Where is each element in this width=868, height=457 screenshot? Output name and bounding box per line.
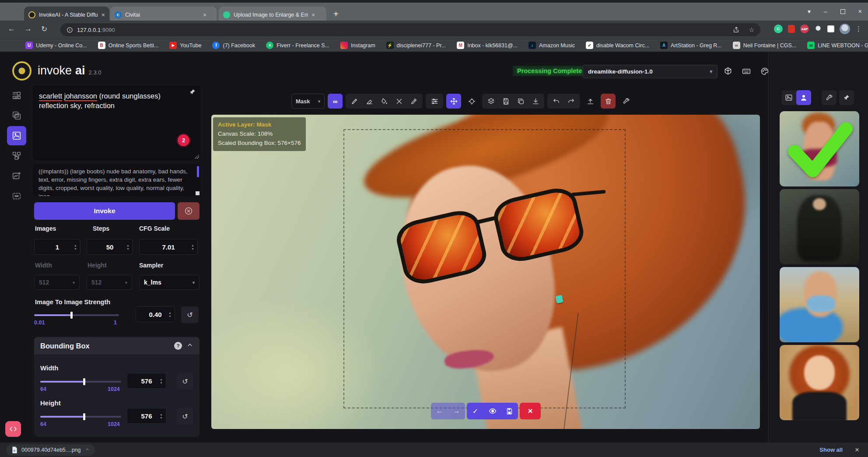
forward-icon[interactable]: → <box>24 25 32 33</box>
copy-to-clipboard-button[interactable] <box>513 94 528 109</box>
slider-thumb[interactable] <box>83 378 85 385</box>
cfg-input[interactable]: 7.01▲▼ <box>139 239 198 255</box>
bbox-height-slider[interactable] <box>40 416 121 418</box>
site-info-icon[interactable] <box>66 27 73 33</box>
browser-menu-icon[interactable]: ⋮ <box>855 25 862 33</box>
download-item[interactable]: 000979.40d74eb5....png <box>6 444 95 456</box>
save-to-gallery-button[interactable] <box>498 94 513 109</box>
tab-training[interactable] <box>7 186 26 206</box>
slider-thumb[interactable] <box>70 312 73 319</box>
merge-visible-button[interactable] <box>483 94 498 109</box>
share-icon[interactable] <box>733 26 740 33</box>
gallery-thumbnail-selected[interactable] <box>780 111 859 186</box>
eraser-tool-button[interactable] <box>362 94 377 109</box>
bookmark-facebook[interactable]: f(7) Facebook <box>212 42 255 49</box>
bookmark-inbox[interactable]: MInbox - klk56831@... <box>457 42 518 49</box>
bookmark-fiverr[interactable]: fiFiverr - Freelance S... <box>266 42 329 49</box>
extensions-puzzle-icon[interactable] <box>814 25 822 33</box>
reset-view-button[interactable] <box>464 94 479 109</box>
minimize-icon[interactable]: – <box>824 8 827 15</box>
stepper-icon[interactable]: ▲▼ <box>160 378 163 384</box>
gallery-user-toggle[interactable] <box>796 90 811 105</box>
save-staging-button[interactable] <box>501 403 518 419</box>
previous-image-button[interactable]: ← <box>431 403 448 419</box>
close-shelf-icon[interactable]: × <box>855 446 859 454</box>
height-select[interactable]: 512▾ <box>87 275 132 290</box>
show-all-link[interactable]: Show all <box>819 446 843 453</box>
gallery-thumbnail[interactable] <box>780 267 859 342</box>
prompt-resize-handle[interactable] <box>194 154 199 159</box>
bookmark-instagram[interactable]: Instagram <box>340 42 375 49</box>
redo-button[interactable] <box>564 94 578 109</box>
bookmark-wacom[interactable]: ✓disable Wacom Circ... <box>586 42 649 49</box>
negative-prompt-scrollbar[interactable] <box>197 166 199 177</box>
bookmark-disciple[interactable]: ⚡disciplenei777 - Pr... <box>386 42 446 49</box>
pin-icon[interactable] <box>189 88 196 97</box>
next-image-button[interactable]: → <box>448 403 465 419</box>
profile-avatar[interactable] <box>840 24 850 34</box>
tab-image-to-image[interactable] <box>7 106 26 125</box>
address-bar[interactable]: 127.0.0.1:9090 ☆ <box>60 23 760 36</box>
bookmark-sports[interactable]: BOnline Sports Betti... <box>98 42 159 49</box>
download-image-button[interactable] <box>528 94 543 109</box>
bbox-width-reset-button[interactable]: ↺ <box>177 373 193 390</box>
cancel-button[interactable] <box>178 202 200 220</box>
steps-input[interactable]: 50▲▼ <box>87 239 133 255</box>
bookmark-artstation[interactable]: AArtStation - Greg R... <box>660 42 722 49</box>
close-window-icon[interactable]: × <box>858 8 862 15</box>
hotkeys-icon[interactable] <box>740 65 752 77</box>
bookmark-youtube[interactable]: ▶YouTube <box>169 42 201 49</box>
gallery-thumbnail[interactable] <box>780 345 859 420</box>
adblock-icon[interactable]: ABP <box>800 25 809 33</box>
model-select[interactable]: dreamlike-diffusion-1.0 ▾ <box>583 65 718 78</box>
brush-tool-button[interactable] <box>347 94 362 109</box>
prompt-input[interactable]: scarlett johansson (round sunglasses)ref… <box>33 86 200 160</box>
tab-nodes[interactable] <box>7 146 26 165</box>
strength-slider[interactable] <box>34 314 119 316</box>
tab-close-icon[interactable]: × <box>102 12 105 18</box>
stepper-icon[interactable]: ▲▼ <box>74 244 77 250</box>
tab-close-icon[interactable]: × <box>312 12 315 18</box>
bounding-box-header[interactable]: Bounding Box ? <box>34 337 200 355</box>
bookmark-udemy[interactable]: UUdemy - Online Co... <box>25 42 87 49</box>
negative-prompt-input[interactable]: ((implants)) (large boobs) nude bad anat… <box>33 164 200 196</box>
extension-c-icon[interactable]: C <box>774 25 783 33</box>
gallery-images-toggle[interactable] <box>781 90 796 105</box>
gallery-pin-button[interactable] <box>839 90 854 105</box>
slider-thumb[interactable] <box>83 413 85 420</box>
tab-unified-canvas[interactable] <box>7 126 26 145</box>
model-manager-icon[interactable] <box>722 65 734 77</box>
stepper-icon[interactable]: ▲▼ <box>168 311 172 318</box>
layer-select[interactable]: Mask▾ <box>291 94 325 109</box>
mask-options-button[interactable]: ∞ <box>328 94 343 109</box>
tab-search-icon[interactable]: ▾ <box>808 8 811 15</box>
download-chevron-icon[interactable] <box>85 447 90 453</box>
stepper-icon[interactable]: ▲▼ <box>191 244 194 250</box>
canvas-settings-button[interactable] <box>619 94 634 109</box>
bbox-width-slider[interactable] <box>40 381 121 383</box>
gallery-thumbnail[interactable] <box>780 189 859 264</box>
fill-bounding-box-button[interactable] <box>377 94 392 109</box>
images-input[interactable]: 1▲▼ <box>34 239 80 255</box>
new-tab-button[interactable]: + <box>333 10 339 18</box>
bbox-height-reset-button[interactable]: ↺ <box>177 408 193 425</box>
discard-image-button[interactable]: × <box>520 403 541 419</box>
extension-pin-icon[interactable] <box>788 25 795 33</box>
upload-image-button[interactable] <box>583 94 598 109</box>
sampler-select[interactable]: k_lms▾ <box>139 275 200 290</box>
invoke-button[interactable]: Invoke <box>34 202 175 220</box>
bookmark-neil-fontaine[interactable]: ∞Neil Fontaine | CGS... <box>733 42 796 49</box>
stepper-icon[interactable]: ▲▼ <box>126 244 130 250</box>
width-select[interactable]: 512▾ <box>34 275 80 290</box>
bookmark-webtoon[interactable]: WLINE WEBTOON - G... <box>807 42 868 49</box>
bbox-width-input[interactable]: 576▲▼ <box>127 373 166 389</box>
help-icon[interactable]: ? <box>174 342 182 350</box>
brush-options-button[interactable] <box>427 94 442 109</box>
strength-input[interactable]: 0.40▲▼ <box>136 306 175 322</box>
stepper-icon[interactable]: ▲▼ <box>160 413 163 419</box>
strength-reset-button[interactable]: ↺ <box>181 306 199 323</box>
reload-icon[interactable]: ↻ <box>41 25 47 34</box>
gallery-settings-button[interactable] <box>822 90 836 105</box>
tab-text-to-image[interactable] <box>7 86 26 105</box>
move-tool-button[interactable] <box>446 94 461 109</box>
